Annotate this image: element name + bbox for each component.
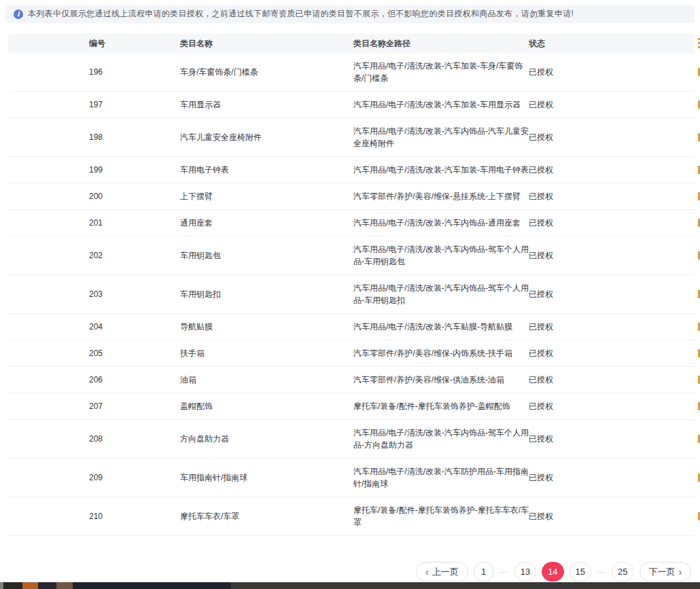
next-page-label: 下一页: [649, 566, 676, 578]
cell-path: 汽车用品/电子/清洗/改装-汽车加装-车用电子钟表: [353, 164, 529, 176]
cell-id: 202: [8, 251, 180, 260]
table-row: 199 车用电子钟表 汽车用品/电子/清洗/改装-汽车加装-车用电子钟表 已授权: [8, 157, 695, 183]
chevron-left-icon: ‹: [425, 567, 429, 577]
taskbar-segment[interactable]: [3, 582, 22, 589]
table-row: 205 扶手箱 汽车零部件/养护/美容/维保-内饰系统-扶手箱 已授权: [8, 340, 695, 367]
cell-path: 汽车零部件/养护/美容/维保-供油系统-油箱: [353, 374, 529, 386]
pagination: ‹ 上一页 1···131415···25 下一页 › 14/25 到第: [416, 562, 700, 582]
cell-id: 197: [8, 100, 180, 109]
cell-path: 汽车用品/电子/清洗/改装-汽车内饰品-通用座套: [353, 217, 529, 229]
cell-name: 车用电子钟表: [180, 164, 353, 176]
prev-page-label: 上一页: [432, 566, 459, 578]
cell-name: 汽车儿童安全座椅附件: [180, 132, 353, 143]
cell-name: 油箱: [180, 374, 353, 386]
cell-path: 摩托车/装备/配件-摩托车装饰养护-摩托车车衣/车罩: [353, 504, 529, 529]
cell-status: 已授权: [529, 472, 695, 484]
page-button[interactable]: 15: [570, 562, 591, 582]
cell-id: 199: [8, 165, 180, 175]
cell-name: 车用显示器: [180, 99, 353, 111]
cell-status: 已授权: [529, 289, 695, 300]
cell-id: 210: [8, 512, 180, 521]
cell-id: 209: [8, 473, 180, 482]
table-row: 206 油箱 汽车零部件/养护/美容/维保-供油系统-油箱 已授权: [8, 367, 695, 393]
cell-status: 已授权: [529, 164, 695, 176]
cell-status: 已授权: [529, 511, 695, 522]
category-authorization-table: 编号 类目名称 类目名称全路径 状态 196 车身/车窗饰条/门槛条 汽车用品/…: [8, 34, 695, 536]
cell-path: 汽车用品/电子/清洗/改装-汽车加装-车身/车窗饰条/门槛条: [353, 60, 529, 84]
pagination-ellipsis: ···: [500, 568, 509, 576]
cell-status: 已授权: [529, 433, 695, 445]
taskbar-segment[interactable]: [56, 582, 73, 589]
cell-id: 200: [8, 192, 180, 201]
page-button[interactable]: 25: [612, 562, 633, 582]
page-button-active[interactable]: 14: [542, 562, 563, 582]
table-row: 198 汽车儿童安全座椅附件 汽车用品/电子/清洗/改装-汽车内饰品-汽车儿童安…: [8, 118, 695, 157]
cell-status: 已授权: [529, 321, 695, 333]
cell-name: 车用钥匙包: [180, 250, 353, 262]
cell-path: 汽车用品/电子/清洗/改装-汽车加装-车用显示器: [353, 99, 529, 111]
cell-id: 207: [8, 401, 180, 411]
taskbar[interactable]: [0, 582, 700, 589]
header-id: 编号: [8, 38, 180, 50]
cell-name: 导航贴膜: [180, 321, 353, 333]
page-button[interactable]: 1: [474, 562, 494, 582]
cell-status: 已授权: [529, 348, 695, 359]
cell-id: 206: [8, 375, 180, 385]
cell-name: 摩托车车衣/车罩: [180, 511, 353, 522]
taskbar-segment[interactable]: [22, 582, 38, 589]
cell-name: 车身/车窗饰条/门槛条: [180, 67, 353, 78]
table-row: 197 车用显示器 汽车用品/电子/清洗/改装-汽车加装-车用显示器 已授权: [8, 92, 695, 118]
header-path: 类目名称全路径: [353, 38, 529, 50]
table-row: 202 车用钥匙包 汽车用品/电子/清洗/改装-汽车内饰品-驾车个人用品-车用钥…: [8, 236, 695, 275]
table-row: 209 车用指南针/指南球 汽车用品/电子/清洗/改装-汽车防护用品-车用指南针…: [8, 459, 695, 497]
table-row: 208 方向盘助力器 汽车用品/电子/清洗/改装-汽车内饰品-驾车个人用品-方向…: [8, 420, 695, 459]
cell-id: 198: [8, 132, 180, 142]
cell-status: 已授权: [529, 67, 695, 78]
cell-id: 201: [8, 218, 180, 228]
prev-page-button[interactable]: ‹ 上一页: [416, 562, 468, 582]
table-row: 201 通用座套 汽车用品/电子/清洗/改装-汽车内饰品-通用座套 已授权: [8, 210, 695, 236]
pagination-ellipsis: ···: [597, 568, 606, 576]
cell-id: 203: [8, 289, 180, 299]
cell-id: 205: [8, 349, 180, 358]
table-header-row: 编号 类目名称 类目名称全路径 状态: [8, 34, 695, 53]
notice-text: 本列表中仅展示您通过线上流程申请的类目授权，之前通过线下邮寄资质已申请的类目暂不…: [28, 8, 574, 20]
notice-bar: i 本列表中仅展示您通过线上流程申请的类目授权，之前通过线下邮寄资质已申请的类目…: [5, 5, 695, 23]
cell-path: 汽车用品/电子/清洗/改装-汽车内饰品-驾车个人用品-车用钥匙扣: [353, 282, 529, 306]
cell-name: 车用指南针/指南球: [180, 472, 353, 484]
cell-status: 已授权: [529, 132, 695, 143]
header-name: 类目名称: [180, 38, 353, 50]
cell-name: 通用座套: [180, 217, 353, 229]
cell-id: 196: [8, 67, 180, 77]
cell-path: 汽车零部件/养护/美容/维保-悬挂系统-上下摆臂: [353, 190, 529, 202]
cell-path: 汽车零部件/养护/美容/维保-内饰系统-扶手箱: [353, 347, 529, 359]
chevron-right-icon: ›: [679, 567, 682, 577]
cell-id: 204: [8, 322, 180, 332]
cell-name: 盖帽配饰: [180, 401, 353, 412]
cell-status: 已授权: [529, 191, 695, 202]
cell-status: 已授权: [529, 99, 695, 111]
cell-path: 汽车用品/电子/清洗/改装-汽车防护用品-车用指南针/指南球: [353, 465, 529, 490]
cell-path: 摩托车/装备/配件-摩托车装饰养护-盖帽配饰: [353, 400, 529, 412]
cell-id: 208: [8, 434, 180, 444]
table-row: 207 盖帽配饰 摩托车/装备/配件-摩托车装饰养护-盖帽配饰 已授权: [8, 393, 695, 420]
cell-status: 已授权: [529, 374, 695, 386]
cell-name: 方向盘助力器: [180, 433, 353, 445]
cell-path: 汽车用品/电子/清洗/改装-汽车内饰品-驾车个人用品-方向盘助力器: [353, 427, 529, 451]
page-button[interactable]: 13: [514, 562, 536, 582]
table-row: 210 摩托车车衣/车罩 摩托车/装备/配件-摩托车装饰养护-摩托车车衣/车罩 …: [8, 497, 695, 536]
next-page-button[interactable]: 下一页 ›: [640, 562, 692, 582]
cell-name: 上下摆臂: [180, 191, 353, 202]
table-row: 204 导航贴膜 汽车用品/电子/清洗/改装-汽车贴膜-导航贴膜 已授权: [8, 314, 695, 340]
taskbar-segment[interactable]: [38, 582, 56, 589]
cell-path: 汽车用品/电子/清洗/改装-汽车贴膜-导航贴膜: [353, 321, 529, 333]
cell-path: 汽车用品/电子/清洗/改装-汽车内饰品-汽车儿童安全座椅附件: [353, 125, 529, 149]
info-icon: i: [14, 10, 23, 19]
header-status: 状态: [529, 38, 695, 50]
table-row: 196 车身/车窗饰条/门槛条 汽车用品/电子/清洗/改装-汽车加装-车身/车窗…: [8, 53, 695, 92]
taskbar-segment[interactable]: [73, 582, 231, 589]
cell-status: 已授权: [529, 250, 695, 262]
table-body: 196 车身/车窗饰条/门槛条 汽车用品/电子/清洗/改装-汽车加装-车身/车窗…: [8, 53, 695, 536]
taskbar-segment[interactable]: [231, 582, 700, 589]
table-row: 203 车用钥匙扣 汽车用品/电子/清洗/改装-汽车内饰品-驾车个人用品-车用钥…: [8, 275, 695, 314]
